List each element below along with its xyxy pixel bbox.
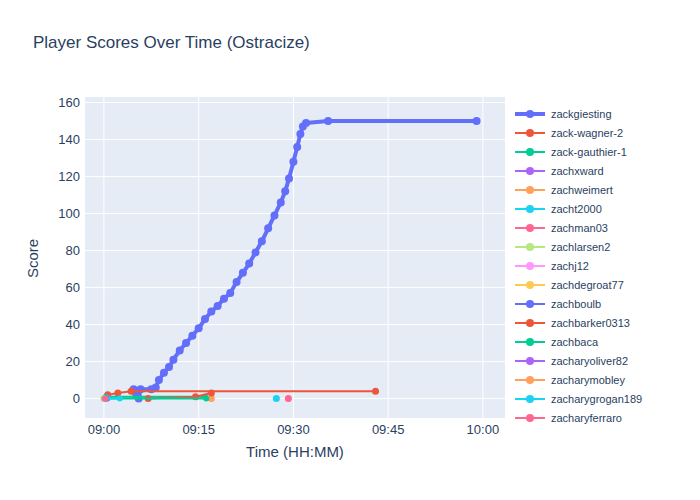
legend-label: zacharyferraro [551, 412, 622, 424]
trace-marker-zackgiesting[interactable] [252, 248, 260, 256]
trace-marker-zackgiesting[interactable] [264, 224, 272, 232]
figure: Player Scores Over Time (Ostracize) 0204… [0, 0, 700, 500]
legend-item-zachboulb[interactable]: zachboulb [515, 294, 700, 313]
trace-marker-zackgiesting[interactable] [245, 260, 253, 268]
legend-item-zachbarker0313[interactable]: zachbarker0313 [515, 313, 700, 332]
legend-swatch-icon [515, 351, 545, 370]
trace-marker-zackgiesting[interactable] [226, 289, 234, 297]
legend-label: zacharygrogan189 [551, 393, 642, 405]
trace-marker-zackgiesting[interactable] [277, 198, 285, 206]
legend-label: zacharymobley [551, 374, 625, 386]
y-tick-label: 60 [38, 280, 80, 295]
trace-marker-zackgiesting[interactable] [258, 237, 266, 245]
legend-item-zacharygrogan189[interactable]: zacharygrogan189 [515, 389, 700, 408]
legend-swatch-icon [515, 180, 545, 199]
legend-item-zachlarsen2[interactable]: zachlarsen2 [515, 237, 700, 256]
trace-marker-zackgiesting[interactable] [155, 376, 163, 384]
legend-item-zachj12[interactable]: zachj12 [515, 256, 700, 275]
trace-marker-zack-wagner-2[interactable] [114, 390, 121, 397]
trace-marker-zackgiesting[interactable] [176, 346, 184, 354]
x-axis-title: Time (HH:MM) [85, 443, 505, 460]
x-tick-label: 09:00 [69, 422, 139, 437]
y-tick-label: 100 [38, 206, 80, 221]
legend-swatch-icon [515, 370, 545, 389]
legend-dot-icon [526, 110, 534, 118]
trace-marker-zackgiesting[interactable] [233, 278, 241, 286]
y-tick-label: 160 [38, 95, 80, 110]
legend-dot-icon [526, 262, 534, 270]
legend-swatch-icon [515, 389, 545, 408]
trace-marker-zackgiesting[interactable] [195, 324, 203, 332]
x-tick-label: 10:00 [448, 422, 518, 437]
legend-item-zachman03[interactable]: zachman03 [515, 218, 700, 237]
legend-item-zachbaca[interactable]: zachbaca [515, 332, 700, 351]
legend-item-zack-gauthier-1[interactable]: zack-gauthier-1 [515, 142, 700, 161]
trace-marker-zackgiesting[interactable] [293, 143, 301, 151]
legend-item-zacharymobley[interactable]: zacharymobley [515, 370, 700, 389]
trace-marker-zackgiesting[interactable] [473, 117, 481, 125]
legend-dot-icon [526, 300, 534, 308]
trace-marker-zachbarker0313[interactable] [208, 390, 215, 397]
legend-label: zachboulb [551, 298, 601, 310]
legend-item-zacharyferraro[interactable]: zacharyferraro [515, 408, 700, 424]
trace-marker-zackgiesting[interactable] [169, 356, 177, 364]
legend-label: zacht2000 [551, 203, 602, 215]
legend-label: zachdegroat77 [551, 279, 624, 291]
legend-label: zachbarker0313 [551, 317, 630, 329]
legend-dot-icon [526, 205, 534, 213]
y-axis-title: Score [24, 209, 41, 309]
legend-label: zachj12 [551, 260, 589, 272]
trace-marker-zachman03[interactable] [285, 395, 292, 402]
legend-swatch-icon [515, 123, 545, 142]
trace-marker-zacharyferraro[interactable] [102, 396, 108, 402]
legend-label: zachxward [551, 165, 604, 177]
legend-label: zack-wagner-2 [551, 127, 623, 139]
legend-dot-icon [526, 243, 534, 251]
legend-dot-icon [526, 319, 534, 327]
trace-marker-zackgiesting[interactable] [207, 308, 215, 316]
legend-item-zachxward[interactable]: zachxward [515, 161, 700, 180]
legend-dot-icon [526, 338, 534, 346]
trace-line-zack-wagner-2[interactable] [108, 391, 376, 395]
legend-item-zackgiesting[interactable]: zackgiesting [515, 104, 700, 123]
legend-label: zackgiesting [551, 108, 612, 120]
trace-marker-zachbaca[interactable] [203, 396, 209, 402]
trace-marker-zackgiesting[interactable] [201, 315, 209, 323]
chart-title: Player Scores Over Time (Ostracize) [33, 33, 310, 53]
legend-item-zacharyoliver82[interactable]: zacharyoliver82 [515, 351, 700, 370]
legend-item-zachdegroat77[interactable]: zachdegroat77 [515, 275, 700, 294]
legend-item-zachweimert[interactable]: zachweimert [515, 180, 700, 199]
y-tick-label: 40 [38, 317, 80, 332]
legend-dot-icon [526, 376, 534, 384]
trace-marker-zackgiesting[interactable] [270, 211, 278, 219]
x-tick-label: 09:45 [353, 422, 423, 437]
plot-area[interactable] [85, 97, 505, 418]
trace-marker-zackgiesting[interactable] [289, 158, 297, 166]
legend-item-zacht2000[interactable]: zacht2000 [515, 199, 700, 218]
trace-marker-zackgiesting[interactable] [182, 339, 190, 347]
legend-swatch-icon [515, 218, 545, 237]
trace-marker-zackgiesting[interactable] [281, 187, 289, 195]
legend-dot-icon [526, 167, 534, 175]
plot-canvas[interactable] [85, 97, 505, 418]
trace-marker-zackgiesting[interactable] [165, 363, 173, 371]
trace-marker-zacharygrogan189[interactable] [117, 396, 123, 402]
legend-dot-icon [526, 357, 534, 365]
legend-item-zack-wagner-2[interactable]: zack-wagner-2 [515, 123, 700, 142]
legend-swatch-icon [515, 104, 545, 123]
legend-label: zachbaca [551, 336, 598, 348]
trace-marker-zacht2000[interactable] [273, 395, 280, 402]
trace-marker-zackgiesting[interactable] [285, 174, 293, 182]
trace-marker-zackgiesting[interactable] [302, 119, 310, 127]
trace-marker-zackgiesting[interactable] [214, 302, 222, 310]
trace-marker-zackgiesting[interactable] [296, 130, 304, 138]
trace-marker-zack-wagner-2[interactable] [372, 388, 379, 395]
y-tick-label: 0 [38, 391, 80, 406]
trace-marker-zackgiesting[interactable] [220, 295, 228, 303]
trace-marker-zackgiesting[interactable] [188, 332, 196, 340]
trace-marker-zack-wagner-2[interactable] [128, 388, 135, 395]
legend-dot-icon [526, 186, 534, 194]
trace-marker-zackgiesting[interactable] [239, 269, 247, 277]
trace-marker-zackgiesting[interactable] [324, 117, 332, 125]
trace-line-zackgiesting[interactable] [134, 121, 477, 399]
